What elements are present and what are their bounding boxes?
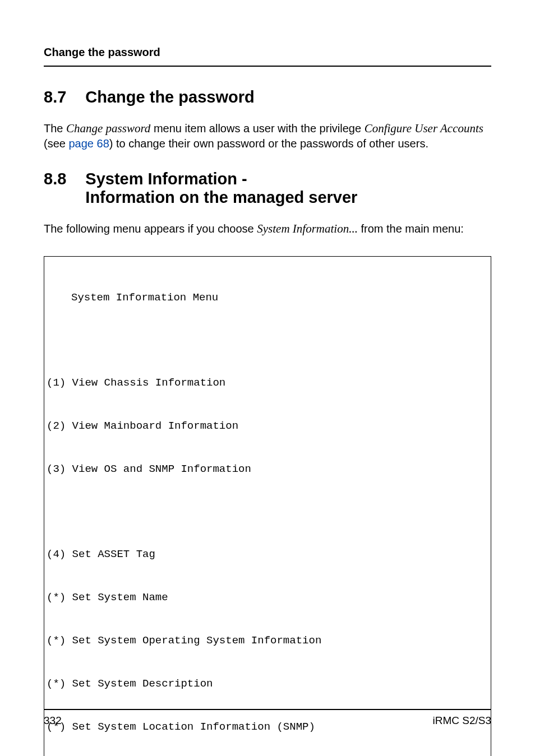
- menu-option-1: (1) View Chassis Information: [47, 376, 488, 391]
- document-id: iRMC S2/S3: [432, 715, 491, 727]
- menu-item-system-information: System Information...: [257, 222, 358, 235]
- menu-option-4: (4) Set ASSET Tag: [47, 548, 488, 562]
- page-footer: 332 iRMC S2/S3: [44, 709, 491, 727]
- menu-option-star-1: (*) Set System Name: [47, 591, 488, 605]
- section-title-text: System Information - Information on the …: [85, 170, 357, 207]
- page-link-68[interactable]: page 68: [68, 137, 109, 150]
- menu-option-2: (2) View Mainboard Information: [47, 419, 488, 434]
- section-title-text: Change the password: [85, 88, 254, 106]
- section-8-8-body: The following menu appears if you choose…: [44, 221, 491, 236]
- menu-title: System Information Menu: [47, 291, 488, 305]
- page-number: 332: [44, 715, 62, 727]
- menu-option-star-2: (*) Set System Operating System Informat…: [47, 634, 488, 648]
- section-8-8-title: 8.8 System Information - Information on …: [44, 170, 491, 207]
- menu-option-3: (3) View OS and SNMP Information: [47, 462, 488, 477]
- section-number: 8.7: [44, 88, 66, 106]
- terminal-screenshot: System Information Menu (1) View Chassis…: [44, 256, 491, 756]
- running-header: Change the password: [44, 46, 491, 67]
- menu-item-change-password: Change password: [66, 122, 150, 135]
- privilege-name: Configure User Accounts: [365, 122, 483, 135]
- menu-option-star-3: (*) Set System Description: [47, 677, 488, 692]
- section-8-7-body: The Change password menu item allows a u…: [44, 121, 491, 151]
- section-8-7-title: 8.7 Change the password: [44, 88, 491, 106]
- section-number: 8.8: [44, 170, 66, 207]
